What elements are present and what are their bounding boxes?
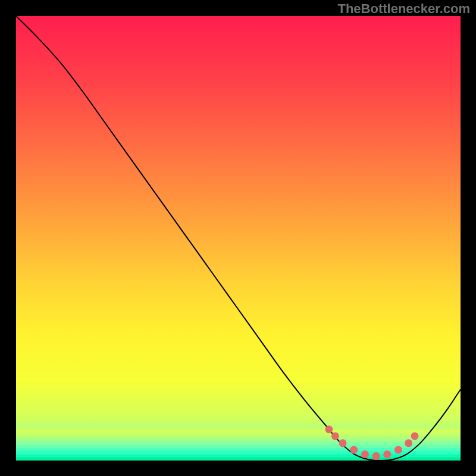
highlight-dot [394, 446, 402, 454]
highlight-dot [350, 446, 358, 454]
gradient-background [16, 16, 461, 461]
plot-area [16, 16, 461, 461]
highlight-dot [405, 439, 412, 447]
svg-rect-8 [16, 455, 461, 458]
highlight-dot [325, 425, 333, 433]
svg-rect-3 [16, 439, 461, 441]
highlight-dot [339, 439, 347, 447]
highlight-dot [383, 450, 391, 458]
highlight-dot [331, 432, 339, 440]
svg-rect-0 [16, 430, 461, 433]
svg-rect-6 [16, 448, 461, 451]
chart-svg [16, 16, 461, 461]
svg-rect-5 [16, 445, 461, 448]
highlight-dot [361, 450, 369, 458]
highlight-dot [372, 452, 380, 460]
watermark-text: TheBottlenecker.com [337, 1, 470, 17]
svg-rect-7 [16, 451, 461, 454]
chart-container: TheBottlenecker.com [0, 0, 476, 476]
highlight-dot [411, 432, 419, 440]
svg-rect-2 [16, 436, 461, 439]
bottom-stripes [16, 430, 461, 461]
svg-rect-1 [16, 433, 461, 436]
svg-rect-4 [16, 442, 461, 445]
